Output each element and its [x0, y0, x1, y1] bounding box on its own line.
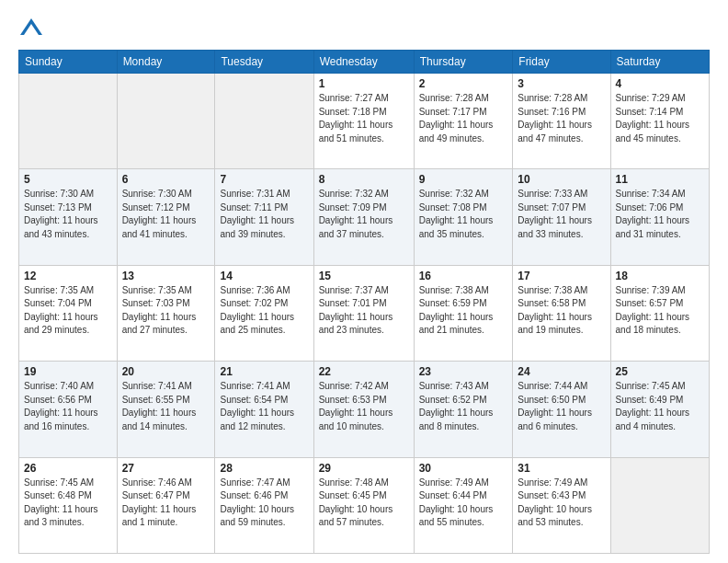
- calendar-header-row: SundayMondayTuesdayWednesdayThursdayFrid…: [19, 51, 710, 74]
- day-number: 23: [419, 365, 508, 378]
- calendar-week-row: 5Sunrise: 7:30 AM Sunset: 7:13 PM Daylig…: [19, 169, 710, 265]
- logo-icon: [18, 15, 44, 40]
- day-info: Sunrise: 7:45 AM Sunset: 6:48 PM Dayligh…: [24, 477, 112, 530]
- day-info: Sunrise: 7:47 AM Sunset: 6:46 PM Dayligh…: [220, 477, 308, 530]
- calendar-cell: 1Sunrise: 7:27 AM Sunset: 7:18 PM Daylig…: [313, 74, 414, 169]
- calendar-cell: 17Sunrise: 7:38 AM Sunset: 6:58 PM Dayli…: [513, 265, 610, 361]
- calendar-cell: 26Sunrise: 7:45 AM Sunset: 6:48 PM Dayli…: [19, 457, 118, 553]
- calendar-cell: 23Sunrise: 7:43 AM Sunset: 6:52 PM Dayli…: [414, 362, 513, 457]
- calendar-cell: 9Sunrise: 7:32 AM Sunset: 7:08 PM Daylig…: [414, 169, 513, 265]
- day-info: Sunrise: 7:35 AM Sunset: 7:04 PM Dayligh…: [24, 284, 112, 338]
- page: SundayMondayTuesdayWednesdayThursdayFrid…: [0, 0, 728, 563]
- day-number: 26: [24, 462, 112, 475]
- calendar-cell: 24Sunrise: 7:44 AM Sunset: 6:50 PM Dayli…: [513, 362, 610, 457]
- calendar-cell: 6Sunrise: 7:30 AM Sunset: 7:12 PM Daylig…: [117, 169, 215, 265]
- calendar-cell: 18Sunrise: 7:39 AM Sunset: 6:57 PM Dayli…: [610, 265, 709, 361]
- day-info: Sunrise: 7:38 AM Sunset: 6:59 PM Dayligh…: [419, 284, 508, 338]
- calendar-cell: [610, 457, 709, 553]
- calendar-cell: 27Sunrise: 7:46 AM Sunset: 6:47 PM Dayli…: [117, 457, 215, 553]
- weekday-header: Friday: [513, 51, 610, 74]
- day-number: 11: [616, 173, 704, 186]
- weekday-header: Monday: [117, 51, 215, 74]
- calendar-cell: [215, 74, 313, 169]
- day-info: Sunrise: 7:49 AM Sunset: 6:43 PM Dayligh…: [518, 477, 605, 530]
- day-number: 8: [319, 173, 409, 186]
- day-number: 24: [518, 365, 605, 378]
- day-info: Sunrise: 7:28 AM Sunset: 7:16 PM Dayligh…: [518, 92, 605, 145]
- day-number: 7: [220, 173, 308, 186]
- day-info: Sunrise: 7:38 AM Sunset: 6:58 PM Dayligh…: [518, 284, 605, 338]
- day-info: Sunrise: 7:49 AM Sunset: 6:44 PM Dayligh…: [419, 477, 508, 530]
- day-info: Sunrise: 7:41 AM Sunset: 6:54 PM Dayligh…: [220, 380, 308, 433]
- day-info: Sunrise: 7:34 AM Sunset: 7:06 PM Dayligh…: [616, 188, 704, 241]
- calendar-cell: 7Sunrise: 7:31 AM Sunset: 7:11 PM Daylig…: [215, 169, 313, 265]
- weekday-header: Sunday: [19, 51, 118, 74]
- day-info: Sunrise: 7:43 AM Sunset: 6:52 PM Dayligh…: [419, 380, 508, 433]
- day-info: Sunrise: 7:32 AM Sunset: 7:08 PM Dayligh…: [419, 188, 508, 241]
- calendar-cell: 19Sunrise: 7:40 AM Sunset: 6:56 PM Dayli…: [19, 362, 118, 457]
- day-info: Sunrise: 7:40 AM Sunset: 6:56 PM Dayligh…: [24, 380, 112, 433]
- day-number: 25: [616, 365, 704, 378]
- calendar-cell: 12Sunrise: 7:35 AM Sunset: 7:04 PM Dayli…: [19, 265, 118, 361]
- calendar-cell: 29Sunrise: 7:48 AM Sunset: 6:45 PM Dayli…: [313, 457, 414, 553]
- day-number: 4: [616, 77, 704, 90]
- day-number: 31: [518, 462, 605, 475]
- day-number: 15: [319, 270, 409, 282]
- day-number: 5: [24, 173, 112, 186]
- calendar-cell: 30Sunrise: 7:49 AM Sunset: 6:44 PM Dayli…: [414, 457, 513, 553]
- day-number: 29: [319, 462, 409, 475]
- calendar-cell: 10Sunrise: 7:33 AM Sunset: 7:07 PM Dayli…: [513, 169, 610, 265]
- calendar-week-row: 19Sunrise: 7:40 AM Sunset: 6:56 PM Dayli…: [19, 362, 710, 457]
- day-number: 2: [419, 77, 508, 90]
- day-number: 10: [518, 173, 605, 186]
- day-info: Sunrise: 7:42 AM Sunset: 6:53 PM Dayligh…: [319, 380, 409, 433]
- calendar-week-row: 12Sunrise: 7:35 AM Sunset: 7:04 PM Dayli…: [19, 265, 710, 361]
- calendar-cell: 3Sunrise: 7:28 AM Sunset: 7:16 PM Daylig…: [513, 74, 610, 169]
- calendar-week-row: 1Sunrise: 7:27 AM Sunset: 7:18 PM Daylig…: [19, 74, 710, 169]
- day-number: 30: [419, 462, 508, 475]
- weekday-header: Saturday: [610, 51, 709, 74]
- day-number: 16: [419, 270, 508, 282]
- day-info: Sunrise: 7:37 AM Sunset: 7:01 PM Dayligh…: [319, 284, 409, 338]
- header: [18, 15, 710, 40]
- day-number: 18: [616, 270, 704, 282]
- day-number: 20: [122, 365, 210, 378]
- calendar: SundayMondayTuesdayWednesdayThursdayFrid…: [18, 50, 710, 554]
- calendar-cell: 21Sunrise: 7:41 AM Sunset: 6:54 PM Dayli…: [215, 362, 313, 457]
- calendar-cell: 5Sunrise: 7:30 AM Sunset: 7:13 PM Daylig…: [19, 169, 118, 265]
- day-number: 13: [122, 270, 210, 282]
- day-number: 1: [319, 77, 409, 90]
- day-number: 28: [220, 462, 308, 475]
- day-info: Sunrise: 7:44 AM Sunset: 6:50 PM Dayligh…: [518, 380, 605, 433]
- calendar-cell: 8Sunrise: 7:32 AM Sunset: 7:09 PM Daylig…: [313, 169, 414, 265]
- calendar-cell: 31Sunrise: 7:49 AM Sunset: 6:43 PM Dayli…: [513, 457, 610, 553]
- calendar-cell: [117, 74, 215, 169]
- day-info: Sunrise: 7:46 AM Sunset: 6:47 PM Dayligh…: [122, 477, 210, 530]
- calendar-cell: 28Sunrise: 7:47 AM Sunset: 6:46 PM Dayli…: [215, 457, 313, 553]
- day-info: Sunrise: 7:30 AM Sunset: 7:13 PM Dayligh…: [24, 188, 112, 241]
- weekday-header: Wednesday: [313, 51, 414, 74]
- day-info: Sunrise: 7:39 AM Sunset: 6:57 PM Dayligh…: [616, 284, 704, 338]
- day-number: 12: [24, 270, 112, 282]
- calendar-cell: 15Sunrise: 7:37 AM Sunset: 7:01 PM Dayli…: [313, 265, 414, 361]
- calendar-cell: 14Sunrise: 7:36 AM Sunset: 7:02 PM Dayli…: [215, 265, 313, 361]
- day-info: Sunrise: 7:27 AM Sunset: 7:18 PM Dayligh…: [319, 92, 409, 145]
- calendar-cell: 4Sunrise: 7:29 AM Sunset: 7:14 PM Daylig…: [610, 74, 709, 169]
- calendar-cell: 16Sunrise: 7:38 AM Sunset: 6:59 PM Dayli…: [414, 265, 513, 361]
- day-info: Sunrise: 7:48 AM Sunset: 6:45 PM Dayligh…: [319, 477, 409, 530]
- weekday-header: Tuesday: [215, 51, 313, 74]
- day-number: 6: [122, 173, 210, 186]
- calendar-cell: 11Sunrise: 7:34 AM Sunset: 7:06 PM Dayli…: [610, 169, 709, 265]
- day-number: 21: [220, 365, 308, 378]
- day-number: 3: [518, 77, 605, 90]
- calendar-cell: 2Sunrise: 7:28 AM Sunset: 7:17 PM Daylig…: [414, 74, 513, 169]
- day-number: 17: [518, 270, 605, 282]
- day-info: Sunrise: 7:33 AM Sunset: 7:07 PM Dayligh…: [518, 188, 605, 241]
- calendar-week-row: 26Sunrise: 7:45 AM Sunset: 6:48 PM Dayli…: [19, 457, 710, 553]
- calendar-cell: 13Sunrise: 7:35 AM Sunset: 7:03 PM Dayli…: [117, 265, 215, 361]
- day-info: Sunrise: 7:32 AM Sunset: 7:09 PM Dayligh…: [319, 188, 409, 241]
- day-info: Sunrise: 7:28 AM Sunset: 7:17 PM Dayligh…: [419, 92, 508, 145]
- day-info: Sunrise: 7:36 AM Sunset: 7:02 PM Dayligh…: [220, 284, 308, 338]
- calendar-cell: 25Sunrise: 7:45 AM Sunset: 6:49 PM Dayli…: [610, 362, 709, 457]
- calendar-cell: 20Sunrise: 7:41 AM Sunset: 6:55 PM Dayli…: [117, 362, 215, 457]
